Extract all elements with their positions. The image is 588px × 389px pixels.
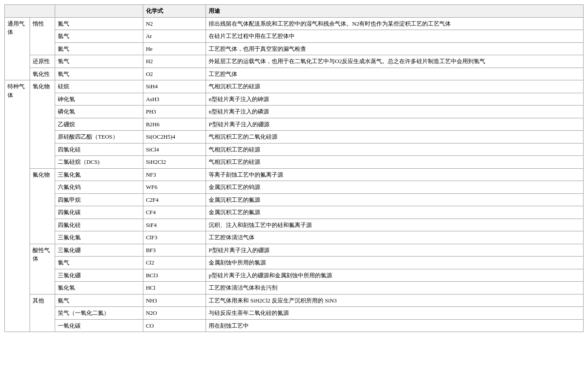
gas-use: 等离子刻蚀工艺中的氟离子源 bbox=[206, 168, 584, 181]
gas-use: 工艺腔气体 bbox=[206, 68, 584, 80]
formula: C2F4 bbox=[143, 193, 206, 206]
gas-name: 笑气（一氧化二氮） bbox=[55, 307, 143, 320]
use-header: 用途 bbox=[206, 5, 584, 18]
table-row: 六氟化钨WF6金属沉积工艺的钨源 bbox=[5, 181, 584, 194]
gas-name: 四氯化硅 bbox=[55, 143, 143, 156]
gas-name: 三氟化氯 bbox=[55, 231, 143, 244]
gas-name: 六氟化钨 bbox=[55, 181, 143, 194]
table-row: 氩气Ar在硅片工艺过程中用在工艺腔体中 bbox=[5, 30, 584, 43]
table-row: 三氯化硼BCl3p型硅片离子注入的硼源和金属刻蚀中所用的氯源 bbox=[5, 269, 584, 282]
name-header bbox=[55, 5, 143, 18]
title-header bbox=[5, 5, 55, 18]
formula: Cl2 bbox=[143, 257, 206, 269]
formula: SiCl4 bbox=[143, 143, 206, 156]
gas-name: 乙硼烷 bbox=[55, 118, 143, 131]
category-2: 酸性气体 bbox=[30, 244, 55, 294]
gas-name: 氢气 bbox=[55, 55, 143, 68]
formula: HCl bbox=[143, 282, 206, 295]
gas-name: 砷化氢 bbox=[55, 93, 143, 106]
formula: H2 bbox=[143, 55, 206, 68]
gas-use: 用在刻蚀工艺中 bbox=[206, 319, 584, 332]
gas-name: 三氟化硼 bbox=[55, 244, 143, 257]
table-row: 四氯化硅SiCl4气相沉积工艺的硅源 bbox=[5, 143, 584, 156]
formula: CF4 bbox=[143, 206, 206, 219]
table-row: 三氟化氯ClF3工艺腔体清洁气体 bbox=[5, 231, 584, 244]
formula: SiH4 bbox=[143, 80, 206, 93]
table-row: 四氟化硅SiF4沉积、注入和刻蚀工艺中的硅和氟离子源 bbox=[5, 219, 584, 231]
table-row: 磷化氢PH3n型硅片离子注入的磷源 bbox=[5, 106, 584, 118]
gas-name: 二氯硅烷（DCS) bbox=[55, 156, 143, 169]
gas-use: 金属刻蚀中所用的氯源 bbox=[206, 257, 584, 269]
formula: Si(OC2H5)4 bbox=[143, 131, 206, 144]
table-row: 原硅酸四乙酯（TEOS）Si(OC2H5)4气相沉积工艺的二氧化硅源 bbox=[5, 131, 584, 144]
category-2: 氢化物 bbox=[30, 80, 55, 169]
gas-name: 四氟化硅 bbox=[55, 219, 143, 231]
formula: NH3 bbox=[143, 294, 206, 307]
table-row: 其他氨气NH3工艺气体用来和 SiH2Cl2 反应生产沉积所用的 SiN3 bbox=[5, 294, 584, 307]
gas-use: 沉积、注入和刻蚀工艺中的硅和氟离子源 bbox=[206, 219, 584, 231]
category-1: 特种气体 bbox=[5, 80, 30, 332]
table-row: 氟化物三氟化氮NF3等离子刻蚀工艺中的氟离子源 bbox=[5, 168, 584, 181]
gas-name: 氧气 bbox=[55, 68, 143, 80]
gas-use: 工艺腔体清洁气体和去污剂 bbox=[206, 282, 584, 295]
gas-use: P型硅片离子注入的硼源 bbox=[206, 244, 584, 257]
gas-name: 氦气 bbox=[55, 42, 143, 55]
gas-use: 与硅反应生茶年二氧化硅的氮源 bbox=[206, 307, 584, 320]
formula: N2O bbox=[143, 307, 206, 320]
gas-use: 气相沉积工艺的硅源 bbox=[206, 80, 584, 93]
formula: ClF3 bbox=[143, 231, 206, 244]
gas-name: 原硅酸四乙酯（TEOS） bbox=[55, 131, 143, 144]
formula: NF3 bbox=[143, 168, 206, 181]
formula: O2 bbox=[143, 68, 206, 80]
table-row: 酸性气体三氟化硼BF3P型硅片离子注入的硼源 bbox=[5, 244, 584, 257]
gas-use: 气相沉积工艺的二氧化硅源 bbox=[206, 131, 584, 144]
table-row: 笑气（一氧化二氮）N2O与硅反应生茶年二氧化硅的氮源 bbox=[5, 307, 584, 320]
formula: SiF4 bbox=[143, 219, 206, 231]
table-row: 氯化氢HCl工艺腔体清洁气体和去污剂 bbox=[5, 282, 584, 295]
gas-use: P型硅片离子注入的硼源 bbox=[206, 118, 584, 131]
table-row: 通用气体惰性氮气N2排出残留在气体配送系统和工艺腔中的湿气和残余气体。N2有时也… bbox=[5, 17, 584, 30]
table-row: 氧化性氧气O2工艺腔气体 bbox=[5, 68, 584, 80]
formula: He bbox=[143, 42, 206, 55]
gas-use: 金属沉积工艺的氟源 bbox=[206, 206, 584, 219]
gas-name: 氩气 bbox=[55, 30, 143, 43]
main-table: 化学式 用途 通用气体惰性氮气N2排出残留在气体配送系统和工艺腔中的湿气和残余气… bbox=[4, 4, 584, 332]
gas-use: 外延层工艺的运载气体，也用于在二氧化工艺中与O2反应生成水蒸气。总之在许多硅片制… bbox=[206, 55, 584, 68]
category-2: 氟化物 bbox=[30, 168, 55, 244]
table-row: 四氟化碳CF4金属沉积工艺的氟源 bbox=[5, 206, 584, 219]
table-row: 氦气He工艺腔气体，也用于真空室的漏气检查 bbox=[5, 42, 584, 55]
gas-use: 工艺气体用来和 SiH2Cl2 反应生产沉积所用的 SiN3 bbox=[206, 294, 584, 307]
gas-name: 磷化氢 bbox=[55, 106, 143, 118]
gas-use: p型硅片离子注入的硼源和金属刻蚀中所用的氯源 bbox=[206, 269, 584, 282]
gas-name: 硅烷 bbox=[55, 80, 143, 93]
category-2: 其他 bbox=[30, 294, 55, 332]
table-row: 砷化氢AsH3n型硅片离子注入的砷源 bbox=[5, 93, 584, 106]
formula: CO bbox=[143, 319, 206, 332]
category-1: 通用气体 bbox=[5, 17, 30, 80]
gas-name: 氯气 bbox=[55, 257, 143, 269]
table-row: 特种气体氢化物硅烷SiH4气相沉积工艺的硅源 bbox=[5, 80, 584, 93]
table-row: 四氟甲烷C2F4金属沉积工艺的氟源 bbox=[5, 193, 584, 206]
table-row: 一氧化碳CO用在刻蚀工艺中 bbox=[5, 319, 584, 332]
gas-use: 在硅片工艺过程中用在工艺腔体中 bbox=[206, 30, 584, 43]
gas-use: n型硅片离子注入的磷源 bbox=[206, 106, 584, 118]
category-2: 氧化性 bbox=[30, 68, 55, 80]
gas-use: 排出残留在气体配送系统和工艺腔中的湿气和残余气体。N2有时也作为某些淀积工艺的工… bbox=[206, 17, 584, 30]
gas-name: 氨气 bbox=[55, 294, 143, 307]
formula: SiH2Cl2 bbox=[143, 156, 206, 169]
formula: BCl3 bbox=[143, 269, 206, 282]
category-2: 还原性 bbox=[30, 55, 55, 68]
formula: PH3 bbox=[143, 106, 206, 118]
gas-name: 四氟甲烷 bbox=[55, 193, 143, 206]
table-row: 还原性氢气H2外延层工艺的运载气体，也用于在二氧化工艺中与O2反应生成水蒸气。总… bbox=[5, 55, 584, 68]
gas-name: 氯化氢 bbox=[55, 282, 143, 295]
category-2: 惰性 bbox=[30, 17, 55, 55]
gas-use: 气相沉积工艺的硅源 bbox=[206, 156, 584, 169]
gas-use: n型硅片离子注入的砷源 bbox=[206, 93, 584, 106]
formula-header: 化学式 bbox=[143, 5, 206, 18]
gas-use: 金属沉积工艺的氟源 bbox=[206, 193, 584, 206]
gas-name: 四氟化碳 bbox=[55, 206, 143, 219]
gas-name: 氮气 bbox=[55, 17, 143, 30]
table-row: 乙硼烷B2H6P型硅片离子注入的硼源 bbox=[5, 118, 584, 131]
gas-use: 工艺腔体清洁气体 bbox=[206, 231, 584, 244]
